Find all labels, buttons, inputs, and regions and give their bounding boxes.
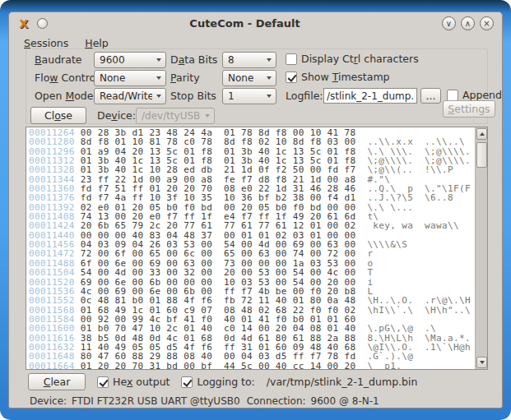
- bottom-controls: Clear Hex output Logging to: /var/tmp/st…: [28, 373, 417, 390]
- statusbar: Device: FTDI FT232R USB UART @ttyUSB0 Co…: [30, 395, 379, 407]
- maximize-icon[interactable]: ∧: [461, 16, 475, 30]
- sticky-button[interactable]: [37, 18, 48, 29]
- row-flow: Flow Control None Parity None Show Times…: [26, 70, 487, 86]
- baudrate-combo[interactable]: 9600: [94, 52, 166, 68]
- parity-label: Parity: [170, 72, 200, 84]
- parity-combo[interactable]: None: [222, 70, 276, 86]
- settings-panel: Baudrate 9600 Data Bits 8 Display Ctrl c…: [26, 48, 488, 124]
- checkbox-box[interactable]: [286, 53, 297, 65]
- hex-output-label: Hex output: [113, 376, 170, 388]
- hex-lines: 00011264 00 28 3b d1 23 48 24 4a 01 78 8…: [26, 128, 474, 369]
- clear-button[interactable]: Clear: [28, 373, 86, 390]
- databits-label: Data Bits: [170, 53, 217, 66]
- status-device-label: Device:: [30, 395, 67, 407]
- show-timestamp-label: Show Timestamp: [301, 71, 390, 83]
- stop-bits-label: Stop Bits: [170, 90, 216, 102]
- window-title: CuteCom - Default: [48, 17, 442, 30]
- flow-control-label: Flow Control: [35, 72, 99, 84]
- open-mode-combo[interactable]: Read/Write: [94, 88, 166, 104]
- scroll-up-button[interactable]: [476, 128, 487, 140]
- display-ctrl-checkbox[interactable]: Display Ctrl characters: [286, 53, 419, 65]
- status-connection-label: Connection:: [247, 395, 306, 407]
- baudrate-label: Baudrate: [35, 53, 82, 66]
- stop-bits-combo[interactable]: 1: [222, 88, 276, 104]
- device-combo: /dev/ttyUSB0: [136, 108, 215, 124]
- hex-output-checkbox[interactable]: Hex output: [97, 376, 170, 388]
- chevron-down-icon: [267, 95, 272, 98]
- row-openmode: Open Mode Read/Write Stop Bits 1 Logfile…: [26, 88, 487, 104]
- flow-control-combo[interactable]: None: [94, 70, 166, 86]
- row-baudrate: Baudrate 9600 Data Bits 8 Display Ctrl c…: [26, 52, 487, 68]
- open-mode-label: Open Mode: [35, 90, 93, 102]
- minimize-icon[interactable]: ∨: [442, 16, 456, 30]
- hex-output-view[interactable]: 00011264 00 28 3b d1 23 48 24 4a 01 78 8…: [26, 127, 488, 370]
- vertical-scrollbar[interactable]: [475, 127, 487, 369]
- display-ctrl-label: Display Ctrl characters: [301, 53, 419, 65]
- cutecom-window: X CuteCom - Default ∨ ∧ × Sessions Help …: [8, 12, 503, 408]
- chevron-down-icon: [156, 58, 161, 62]
- checkbox-box[interactable]: [286, 72, 297, 83]
- scroll-down-button[interactable]: [476, 357, 487, 368]
- checkbox-box[interactable]: [447, 90, 458, 101]
- titlebar[interactable]: X CuteCom - Default ∨ ∧ ×: [9, 12, 502, 35]
- status-connection-value: 9600 @ 8-N-1: [311, 395, 379, 407]
- checkbox-box[interactable]: [181, 376, 193, 388]
- window-frame: X CuteCom - Default ∨ ∧ × Sessions Help …: [0, 0, 511, 420]
- row-device: Close Device: /dev/ttyUSB0: [26, 107, 487, 125]
- chevron-down-icon: [156, 95, 161, 98]
- logfile-label: Logfile:: [286, 90, 323, 102]
- databits-combo[interactable]: 8: [222, 52, 276, 68]
- app-icon: X: [17, 17, 30, 30]
- settings-button: Settings: [443, 100, 495, 118]
- logfile-browse-button[interactable]: ...: [420, 88, 441, 104]
- logfile-input[interactable]: [323, 88, 417, 104]
- chevron-down-icon: [156, 76, 161, 80]
- log-file-path: /var/tmp/stlink_2-1_dump.bin: [267, 376, 418, 388]
- logging-checkbox[interactable]: Logging to:: [181, 376, 254, 388]
- logging-label: Logging to:: [197, 376, 254, 388]
- checkbox-box[interactable]: [97, 376, 109, 388]
- append-checkbox[interactable]: Append: [447, 89, 502, 101]
- chevron-down-icon: [267, 76, 272, 80]
- close-icon[interactable]: ×: [480, 16, 494, 30]
- device-label: Device:: [97, 109, 136, 122]
- status-device-value: FTDI FT232R USB UART @ttyUSB0: [72, 395, 240, 407]
- triangle-up-icon: [480, 132, 485, 136]
- close-button[interactable]: Close: [30, 107, 86, 124]
- chevron-down-icon: [267, 58, 272, 62]
- append-label: Append: [462, 89, 502, 101]
- hex-line: 00011664 01 20 20 70 31 bd 00 bf 44 5c 0…: [29, 362, 474, 370]
- chevron-down-icon: [205, 114, 210, 118]
- scrollbar-thumb[interactable]: [476, 142, 487, 168]
- triangle-down-icon: [480, 361, 485, 364]
- show-timestamp-checkbox[interactable]: Show Timestamp: [286, 71, 390, 83]
